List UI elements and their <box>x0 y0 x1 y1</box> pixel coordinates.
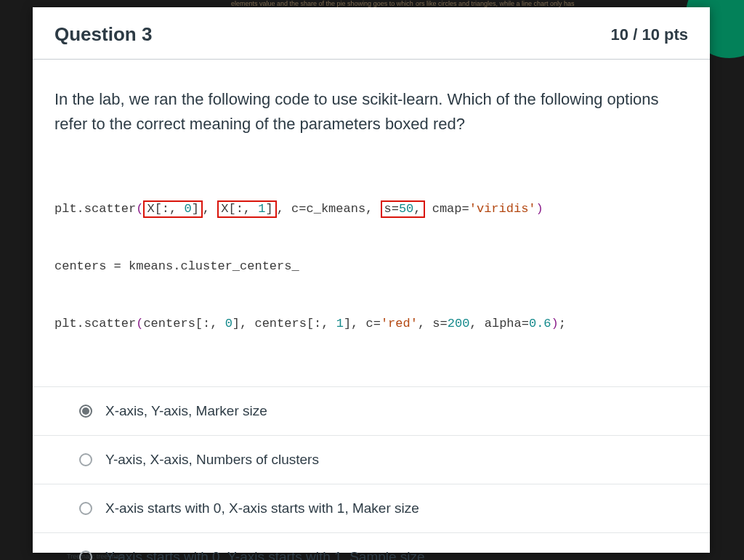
code-tok: [:, <box>155 202 185 216</box>
code-tok: ], c= <box>344 317 381 330</box>
code-tok: plt.scatter <box>54 202 136 216</box>
code-line-1: plt.scatter(X[:, 0], X[:, 1], c=c_kmeans… <box>54 200 688 219</box>
code-tok: ( <box>136 202 143 216</box>
answer-option[interactable]: X-axis starts with 0, X-axis starts with… <box>33 484 710 532</box>
code-tok: , <box>413 202 421 216</box>
answer-list: X-axis, Y-axis, Marker size Y-axis, X-ax… <box>33 386 710 560</box>
bg-text-1: elements value and the share of the pie … <box>231 0 413 7</box>
code-line-3: plt.scatter(centers[:, 0], centers[:, 1]… <box>54 315 688 333</box>
code-tok: 0.6 <box>529 317 551 330</box>
code-tok: ( <box>136 317 143 330</box>
code-tok: , s= <box>418 317 448 330</box>
code-tok: ) <box>536 202 543 216</box>
answer-label: X-axis, Y-axis, Marker size <box>105 403 267 419</box>
answer-label: X-axis starts with 0, X-axis starts with… <box>105 500 419 516</box>
radio-icon <box>79 453 92 466</box>
code-tok: X <box>221 202 228 216</box>
radio-icon <box>79 405 92 418</box>
code-tok: 0 <box>184 202 191 216</box>
code-tok: cmap= <box>425 202 469 216</box>
answer-option[interactable]: Y-axis, X-axis, Numbers of clusters <box>33 435 710 484</box>
code-tok: 'red' <box>381 317 418 330</box>
question-card: Question 3 10 / 10 pts In the lab, we ra… <box>33 7 710 553</box>
red-box-3: s=50, <box>381 200 425 218</box>
code-tok: centers <box>143 317 195 330</box>
question-points: 10 / 10 pts <box>611 25 688 44</box>
bg-text-2: ors like circles and triangles, while a … <box>416 0 575 7</box>
red-box-1: X[:, 0] <box>143 200 202 218</box>
question-header: Question 3 10 / 10 pts <box>33 7 710 60</box>
code-block: plt.scatter(X[:, 0], X[:, 1], c=c_kmeans… <box>54 161 688 372</box>
answer-label: Y-axis starts with 0, Y-axis starts with… <box>105 549 425 560</box>
code-tok: 1 <box>258 202 265 216</box>
code-tok: 200 <box>448 317 470 330</box>
question-prompt: In the lab, we ran the following code to… <box>54 87 688 137</box>
code-tok: X <box>147 202 154 216</box>
code-tok: 0 <box>225 317 232 330</box>
code-tok: [:, <box>228 202 258 216</box>
code-tok: , <box>203 202 210 216</box>
code-tok: 'viridis' <box>469 202 536 216</box>
code-line-2: centers = kmeans.cluster_centers_ <box>54 257 688 276</box>
code-tok: ] <box>265 202 272 216</box>
code-tok: , alpha= <box>469 317 529 330</box>
question-body: In the lab, we ran the following code to… <box>33 60 710 560</box>
code-tok <box>373 202 380 216</box>
code-tok: 1 <box>336 317 344 330</box>
code-tok: plt.scatter <box>54 317 136 330</box>
code-tok: ], centers[:, <box>232 317 336 330</box>
answer-option[interactable]: Y-axis starts with 0, Y-axis starts with… <box>33 532 710 560</box>
code-tok <box>210 202 217 216</box>
code-tok: ) <box>551 317 559 330</box>
red-box-2: X[:, 1] <box>217 200 276 218</box>
radio-icon <box>79 551 92 560</box>
radio-icon <box>79 502 92 515</box>
answer-option[interactable]: X-axis, Y-axis, Marker size <box>33 386 710 435</box>
code-tok: centers = kmeans.cluster_centers_ <box>54 259 299 273</box>
code-tok: s= <box>384 202 399 216</box>
code-tok: 50 <box>399 202 413 216</box>
question-title: Question 3 <box>54 23 152 46</box>
code-tok: ] <box>192 202 199 216</box>
code-tok: , c=c_kmeans, <box>277 202 373 216</box>
answer-label: Y-axis, X-axis, Numbers of clusters <box>105 452 319 468</box>
code-tok: [:, <box>195 317 225 330</box>
code-tok: ; <box>559 317 566 330</box>
